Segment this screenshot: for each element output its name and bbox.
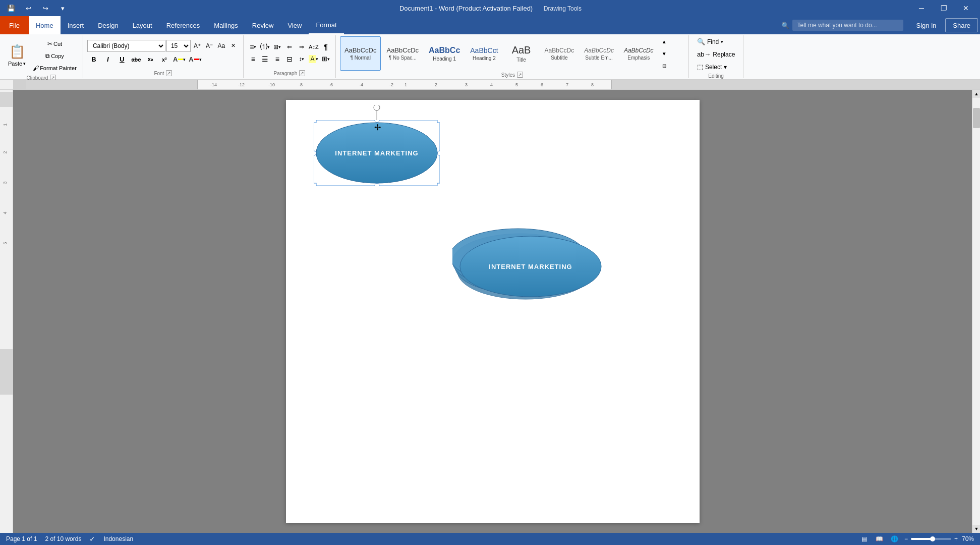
paragraph-expand-button[interactable]: ↗ [299,70,305,76]
more-button[interactable]: ▾ [55,1,70,15]
find-button[interactable]: 🔍 Find ▾ [693,36,733,47]
subscript-button[interactable]: x₂ [144,53,157,66]
shape2-container[interactable]: INTERNET MARKETING [452,211,584,294]
style-emphasis-preview: AaBbCcDc [624,47,654,54]
zoom-track[interactable] [911,538,951,540]
ruler-marks: -14 -12 -10 -8 -6 -4 -2 1 2 3 4 5 6 7 8 [26,80,980,89]
font-size-select[interactable]: 15 [166,40,191,52]
styles-scroll-up[interactable]: ▲ [659,36,669,46]
redo-button[interactable]: ↪ [38,1,52,15]
style-subtitle-preview: AaBbCcDc [545,47,574,54]
font-color-button[interactable]: A ▾ [188,53,202,66]
sign-in-button[interactable]: Sign in [909,16,944,34]
title-bar: 💾 ↩ ↪ ▾ Document1 - Word (Product Activa… [0,0,980,16]
scroll-track[interactable] [972,98,980,525]
justify-button[interactable]: ⊟ [284,53,295,65]
styles-scroll-down[interactable]: ▼ [659,48,669,59]
design-menu[interactable]: Design [91,16,125,34]
shape1-container[interactable]: INTERNET MARKETING ✢ [314,120,440,186]
paste-button[interactable]: 📋 Paste▾ [4,40,30,70]
show-marks-button[interactable]: ¶ [320,41,331,52]
align-center-button[interactable]: ☰ [260,53,271,65]
clear-formatting-button[interactable]: ✕ [228,40,239,51]
format-painter-icon: 🖌 [33,65,39,72]
document-area[interactable]: INTERNET MARKETING ✢ [13,90,972,533]
zoom-slider[interactable]: − + [904,535,958,542]
proofing-icon[interactable]: ✓ [89,535,95,543]
line-spacing-button[interactable]: ↕ ▾ [296,53,307,65]
format-menu[interactable]: Format [309,16,343,34]
align-right-button[interactable]: ≡ [272,53,283,65]
file-menu[interactable]: File [0,16,29,34]
style-subtle-em[interactable]: AaBbCcDc Subtle Em... [580,36,618,71]
styles-more[interactable]: ⊟ [659,61,669,71]
zoom-out-button[interactable]: − [904,535,908,542]
sort-button[interactable]: A↕Z [308,41,319,52]
language[interactable]: Indonesian [103,535,133,542]
style-heading1[interactable]: AaBbCc Heading 1 [424,36,465,71]
underline-button[interactable]: U [116,53,129,66]
scroll-thumb[interactable] [973,108,980,128]
italic-button[interactable]: I [101,53,114,66]
numbering-button[interactable]: ⑴ ▾ [260,41,271,52]
style-no-spacing[interactable]: AaBbCcDc ¶ No Spac... [382,36,423,71]
review-menu[interactable]: Review [245,16,281,34]
close-button[interactable]: ✕ [956,0,976,16]
undo-button[interactable]: ↩ [21,1,35,15]
minimize-button[interactable]: ─ [911,0,932,16]
decrease-indent-button[interactable]: ⇐ [284,41,295,52]
web-layout-button[interactable]: 🌐 [889,533,900,544]
styles-expand-button[interactable]: ↗ [517,72,523,78]
align-left-button[interactable]: ≡ [248,53,259,65]
restore-button[interactable]: ❐ [934,0,954,16]
shading-button[interactable]: A ▾ [308,53,319,65]
read-mode-button[interactable]: 📖 [874,533,885,544]
styles-content: AaBbCcDc ¶ Normal AaBbCcDc ¶ No Spac... … [340,36,684,71]
replace-button[interactable]: ab→ Replace [693,49,739,60]
text-highlight-button[interactable]: A ▾ [172,53,187,66]
bold-button[interactable]: B [87,53,100,66]
style-title[interactable]: AaB Title [504,36,539,71]
font-shrink-button[interactable]: A⁻ [204,40,215,51]
scroll-down-button[interactable]: ▼ [972,525,980,533]
layout-menu[interactable]: Layout [126,16,159,34]
select-button[interactable]: ⬚ Select ▾ [693,62,733,72]
superscript-button[interactable]: x² [158,53,171,66]
bullets-button[interactable]: ≡ ▾ [248,41,259,52]
print-layout-button[interactable]: ▤ [859,533,870,544]
save-button[interactable]: 💾 [4,1,18,15]
increase-indent-button[interactable]: ⇒ [296,41,307,52]
scroll-up-button[interactable]: ▲ [972,90,980,98]
font-expand-button[interactable]: ↗ [166,70,172,76]
strikethrough-button[interactable]: abc [130,53,143,66]
copy-button[interactable]: ⧉ Copy [31,50,79,62]
search-input[interactable] [792,20,903,31]
home-menu[interactable]: Home [29,16,61,34]
clipboard-group: 📋 Paste▾ ✂ Cut ⧉ Copy 🖌 Format Painter [0,35,83,78]
style-emphasis[interactable]: AaBbCcDc Emphasis [619,36,658,71]
styles-scroll: ▲ ▼ ⊟ [659,36,669,71]
insert-menu[interactable]: Insert [61,16,91,34]
change-case-button[interactable]: Aa [216,40,227,51]
paragraph-content: ≡ ▾ ⑴ ▾ ⊞ ▾ ⇐ ⇒ A↕Z ¶ [248,36,331,69]
svg-rect-22 [0,92,13,107]
shape2-svg[interactable]: INTERNET MARKETING [452,211,604,302]
cut-button[interactable]: ✂ Cut [31,38,79,49]
borders-button[interactable]: ⊞ ▾ [320,53,331,65]
zoom-level[interactable]: 70% [962,535,974,542]
style-subtitle[interactable]: AaBbCcDc Subtitle [540,36,579,71]
mailings-menu[interactable]: Mailings [207,16,245,34]
view-menu[interactable]: View [280,16,309,34]
references-menu[interactable]: References [159,16,207,34]
format-painter-button[interactable]: 🖌 Format Painter [31,63,79,74]
style-heading2[interactable]: AaBbCct Heading 2 [466,36,502,71]
multilevel-button[interactable]: ⊞ ▾ [272,41,283,52]
font-family-select[interactable]: Calibri (Body) [87,40,165,52]
zoom-in-button[interactable]: + [954,535,958,542]
style-normal[interactable]: AaBbCcDc ¶ Normal [340,36,381,71]
zoom-thumb[interactable] [930,536,935,541]
share-button[interactable]: Share [945,18,978,32]
font-grow-button[interactable]: A⁺ [192,40,203,51]
style-subtle-em-preview: AaBbCcDc [584,47,614,54]
vertical-ruler-marks: 1 2 3 4 5 [0,92,13,395]
